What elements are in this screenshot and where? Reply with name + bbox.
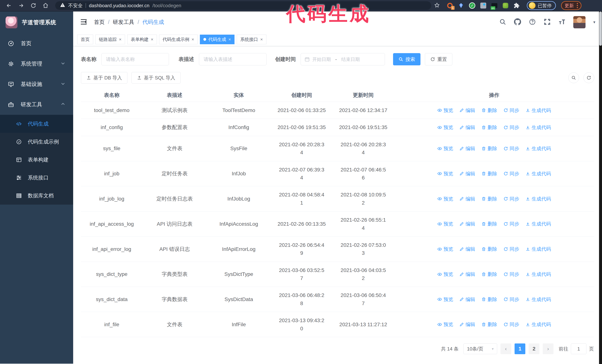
bookmark-star-icon[interactable] (434, 2, 440, 9)
forward-icon[interactable] (16, 1, 26, 10)
sync-link[interactable]: 同步 (504, 296, 519, 303)
tab-close-icon[interactable]: × (151, 37, 153, 42)
page-number-2[interactable]: 2 (529, 343, 539, 354)
sidebar-item-codegen[interactable]: 代码生成 (0, 115, 73, 133)
end-date-placeholder[interactable]: 结束日期 (341, 56, 360, 62)
generate-link[interactable]: 生成代码 (526, 195, 551, 203)
sidebar-item-form-builder[interactable]: 表单构建 (0, 151, 73, 169)
sql-import-button[interactable]: 基于 SQL 导入 (131, 72, 181, 83)
delete-link[interactable]: 删除 (481, 145, 497, 152)
tab-首页[interactable]: 首页 (77, 35, 93, 44)
extension-icon-orange[interactable]: 1 (446, 2, 453, 9)
tab-链路追踪[interactable]: 链路追踪× (95, 35, 125, 44)
extension-icon-gem[interactable] (458, 2, 464, 9)
sync-link[interactable]: 同步 (504, 124, 519, 131)
page-size-select[interactable]: 10条/页 ▾ (463, 343, 497, 354)
delete-link[interactable]: 删除 (481, 124, 497, 131)
app-logo-row[interactable]: 芋道管理系统 (0, 11, 73, 33)
generate-link[interactable]: 生成代码 (526, 245, 551, 253)
scrollbar-thumb[interactable] (599, 11, 602, 46)
tab-close-icon[interactable]: × (228, 37, 231, 42)
tab-代码生成[interactable]: 代码生成× (200, 35, 235, 44)
browser-menu-icon[interactable] (577, 3, 578, 8)
sidebar-item-infrastructure[interactable]: 基础设施 (0, 74, 73, 94)
start-date-placeholder[interactable]: 开始日期 (312, 56, 331, 62)
db-import-button[interactable]: 基于 DB 导入 (81, 72, 128, 83)
breadcrumb-dev-tools[interactable]: 研发工具 (113, 19, 134, 26)
extension-icon-dark-on[interactable]: on (491, 2, 498, 9)
sidebar-item-system-api[interactable]: 系统接口 (0, 169, 73, 187)
delete-link[interactable]: 删除 (481, 245, 497, 253)
generate-link[interactable]: 生成代码 (526, 296, 551, 303)
extension-icon-green-check[interactable]: ✓ (469, 2, 476, 9)
tab-close-icon[interactable]: × (192, 37, 194, 42)
next-page-button[interactable]: › (543, 343, 553, 354)
reload-icon[interactable] (28, 1, 39, 10)
sync-link[interactable]: 同步 (504, 145, 519, 152)
edit-link[interactable]: 编辑 (459, 296, 475, 303)
prev-page-button[interactable]: ‹ (501, 343, 511, 354)
generate-link[interactable]: 生成代码 (526, 270, 551, 278)
sync-link[interactable]: 同步 (504, 245, 519, 253)
sync-link[interactable]: 同步 (504, 170, 519, 177)
back-icon[interactable] (4, 1, 14, 10)
delete-link[interactable]: 删除 (481, 220, 497, 228)
sidebar-item-dev-tools[interactable]: 研发工具 (0, 94, 73, 115)
edit-link[interactable]: 编辑 (459, 321, 475, 328)
date-range-picker[interactable]: 开始日期 - 结束日期 (301, 53, 385, 65)
tab-close-icon[interactable]: × (119, 37, 121, 42)
user-avatar[interactable] (573, 16, 586, 28)
table-desc-input[interactable] (199, 53, 267, 65)
sidebar-item-db-doc[interactable]: 数据库文档 (0, 187, 73, 205)
edit-link[interactable]: 编辑 (459, 270, 475, 278)
page-number-1[interactable]: 1 (515, 343, 525, 354)
preview-link[interactable]: 预览 (437, 220, 453, 228)
tab-close-icon[interactable]: × (260, 37, 263, 42)
delete-link[interactable]: 删除 (481, 195, 497, 203)
delete-link[interactable]: 删除 (481, 170, 497, 177)
generate-link[interactable]: 生成代码 (526, 321, 551, 328)
home-icon[interactable] (40, 1, 51, 10)
sync-link[interactable]: 同步 (504, 107, 519, 114)
delete-link[interactable]: 删除 (481, 296, 497, 303)
security-warning-icon[interactable] (60, 2, 65, 9)
page-scrollbar[interactable] (599, 11, 602, 364)
sync-link[interactable]: 同步 (504, 270, 519, 278)
sidebar-collapse-icon[interactable] (80, 18, 88, 26)
reset-button[interactable]: 重置 (425, 53, 452, 65)
delete-link[interactable]: 删除 (481, 321, 497, 328)
sync-link[interactable]: 同步 (504, 195, 519, 203)
generate-link[interactable]: 生成代码 (526, 145, 551, 152)
preview-link[interactable]: 预览 (437, 170, 453, 177)
preview-link[interactable]: 预览 (437, 195, 453, 203)
preview-link[interactable]: 预览 (437, 245, 453, 253)
tab-表单构建[interactable]: 表单构建× (127, 35, 157, 44)
generate-link[interactable]: 生成代码 (526, 107, 551, 114)
generate-link[interactable]: 生成代码 (526, 170, 551, 177)
preview-link[interactable]: 预览 (437, 321, 453, 328)
edit-link[interactable]: 编辑 (459, 170, 475, 177)
edit-link[interactable]: 编辑 (459, 245, 475, 253)
extension-icon-frog[interactable] (502, 2, 509, 9)
address-bar[interactable]: 不安全 dashboard.yudao.iocoder.cn/tool/code… (55, 1, 431, 10)
delete-link[interactable]: 删除 (481, 107, 497, 114)
preview-link[interactable]: 预览 (437, 296, 453, 303)
preview-link[interactable]: 预览 (437, 270, 453, 278)
extension-icon-sliders[interactable] (480, 2, 487, 9)
delete-link[interactable]: 删除 (481, 270, 497, 278)
generate-link[interactable]: 生成代码 (526, 220, 551, 228)
generate-link[interactable]: 生成代码 (526, 124, 551, 131)
help-icon[interactable] (529, 18, 536, 26)
sidebar-item-system[interactable]: 系统管理 (0, 54, 73, 74)
github-icon[interactable] (514, 18, 521, 26)
header-search-icon[interactable] (499, 18, 506, 26)
goto-page-input[interactable] (571, 343, 586, 354)
tab-代码生成示例[interactable]: 代码生成示例× (159, 35, 198, 44)
sidebar-item-codegen-example[interactable]: 代码生成示例 (0, 133, 73, 151)
edit-link[interactable]: 编辑 (459, 220, 475, 228)
preview-link[interactable]: 预览 (437, 107, 453, 114)
tab-系统接口[interactable]: 系统接口× (237, 35, 266, 44)
edit-link[interactable]: 编辑 (459, 107, 475, 114)
sidebar-item-home[interactable]: 首页 (0, 33, 73, 54)
font-size-icon[interactable] (559, 18, 566, 26)
